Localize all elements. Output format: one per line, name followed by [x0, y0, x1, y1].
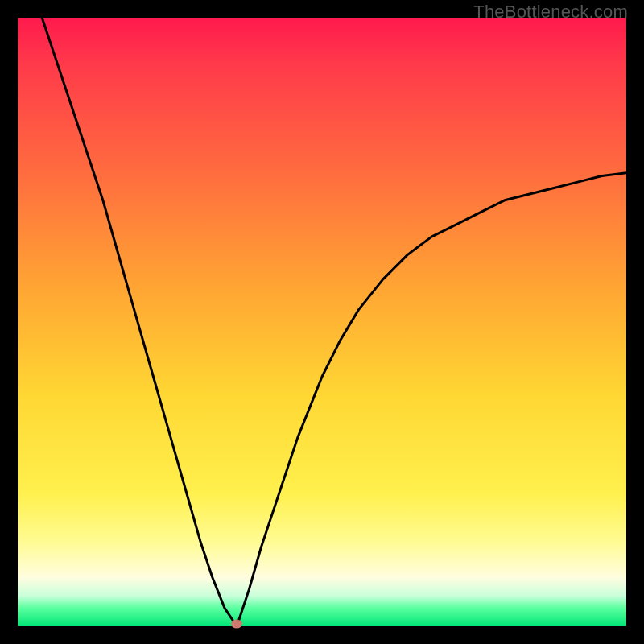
plot-area — [18, 18, 626, 626]
chart-frame: TheBottleneck.com — [0, 0, 644, 644]
curve-right-branch — [237, 173, 626, 626]
bottleneck-curve — [18, 18, 626, 626]
curve-left-branch — [42, 18, 237, 626]
watermark: TheBottleneck.com — [473, 2, 628, 23]
minimum-marker — [231, 620, 242, 629]
